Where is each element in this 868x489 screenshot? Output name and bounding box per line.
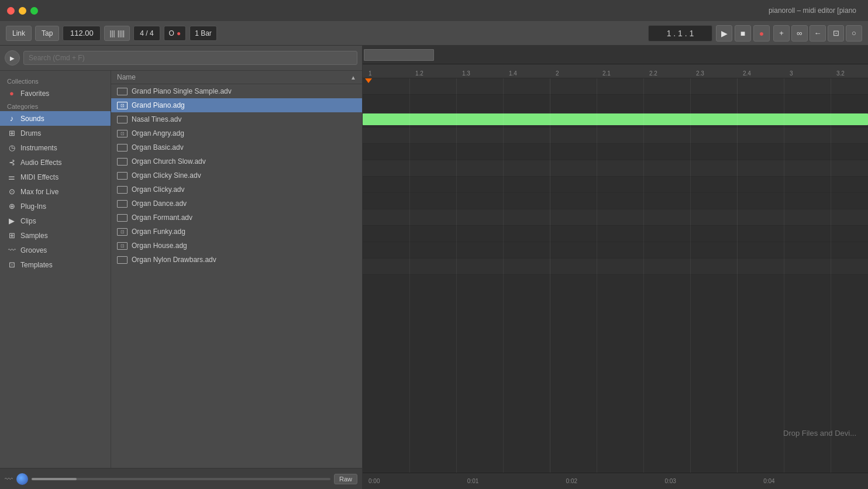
loop-button[interactable]: ∞ xyxy=(791,25,808,42)
audio-effects-icon: ⊰ xyxy=(7,158,16,167)
file-name: Organ Nylon Drawbars.adv xyxy=(132,256,216,264)
time-mark: 0:02 xyxy=(566,478,665,484)
sidebar-item-samples[interactable]: ⊞ Samples xyxy=(0,228,111,243)
ruler-label: 1.3 xyxy=(462,70,470,78)
sidebar-item-max-for-live[interactable]: ⊙ Max for Live xyxy=(0,184,111,199)
window-title: pianoroll – midi editor [piano xyxy=(769,6,856,15)
list-item[interactable]: Organ Nylon Drawbars.adv xyxy=(111,253,362,267)
sidebar-item-sounds[interactable]: ♪ Sounds xyxy=(0,111,111,126)
list-item[interactable]: Organ Church Slow.adv xyxy=(111,154,362,168)
vgrid-line xyxy=(737,78,738,473)
wave-icon: 〰 xyxy=(5,474,13,484)
sidebar-item-favorites[interactable]: ● Favorites xyxy=(0,86,111,101)
record-mode[interactable]: O ● xyxy=(164,26,187,41)
preview-play-button[interactable]: ▶ xyxy=(5,50,20,66)
list-item[interactable]: Organ Clicky Sine.adv xyxy=(111,168,362,182)
grid-rows xyxy=(363,78,868,473)
clips-icon: ▶ xyxy=(7,216,16,225)
adg-file-icon: ⊡ xyxy=(117,228,128,236)
adv-file-icon xyxy=(117,116,128,123)
progress-fill xyxy=(32,478,77,480)
file-list: Grand Piano Single Sample.adv ⊡ Grand Pi… xyxy=(111,84,362,468)
add-button[interactable]: + xyxy=(773,25,790,42)
sidebar-label-midi-effects: MIDI Effects xyxy=(20,173,58,181)
list-item[interactable]: ⊡ Organ Angry.adg xyxy=(111,126,362,140)
meter-button[interactable]: ||| |||| xyxy=(104,26,130,41)
list-item[interactable]: Organ Formant.adv xyxy=(111,211,362,225)
list-item[interactable]: ⊡ Organ House.adg xyxy=(111,239,362,253)
stop-button[interactable]: ■ xyxy=(735,25,751,42)
ruler-label: 2 xyxy=(556,70,559,78)
browser-bottom-bar: 〰 Raw xyxy=(0,468,362,489)
file-name: Organ Clicky.adv xyxy=(132,185,184,194)
sort-arrow-icon[interactable]: ▲ xyxy=(350,74,356,81)
ruler-marks-container: 1 1.2 1.3 1.4 2 2.1 2.2 xyxy=(363,64,868,78)
file-name: Organ Clicky Sine.adv xyxy=(132,171,201,180)
list-item[interactable]: ⊡ Organ Funky.adg xyxy=(111,225,362,239)
link-button[interactable]: Link xyxy=(6,26,32,41)
browser-search-bar: ▶ xyxy=(0,46,362,71)
piano-roll-grid[interactable]: Drop Files and Devi... xyxy=(363,78,868,473)
piano-row xyxy=(363,177,868,193)
close-button[interactable] xyxy=(7,7,15,15)
file-name: Grand Piano.adg xyxy=(132,101,185,109)
audio-preview-orb[interactable] xyxy=(16,473,28,485)
sidebar-item-clips[interactable]: ▶ Clips xyxy=(0,213,111,228)
minimap-region[interactable] xyxy=(364,49,434,61)
sidebar-item-drums[interactable]: ⊞ Drums xyxy=(0,126,111,140)
ruler-label: 2.2 xyxy=(649,70,657,78)
list-item[interactable]: Grand Piano Single Sample.adv xyxy=(111,84,362,98)
browser-panel: ▶ Collections ● Favorites Categories ♪ S… xyxy=(0,46,363,489)
time-mark: 0:03 xyxy=(664,478,763,484)
adv-file-icon xyxy=(117,214,128,222)
ruler-mark: 1 xyxy=(368,70,415,78)
transport-bar: Link Tap 112.00 ||| |||| 4 / 4 O ● 1 Bar… xyxy=(0,21,868,46)
raw-button[interactable]: Raw xyxy=(334,474,357,484)
list-item[interactable]: Organ Clicky.adv xyxy=(111,182,362,197)
sidebar-item-instruments[interactable]: ◷ Instruments xyxy=(0,140,111,155)
tap-button[interactable]: Tap xyxy=(35,26,59,41)
list-item[interactable]: Nasal Tines.adv xyxy=(111,112,362,126)
preview-progress-bar[interactable] xyxy=(32,478,330,480)
adv-file-icon xyxy=(117,172,128,180)
sidebar-item-grooves[interactable]: 〰 Grooves xyxy=(0,243,111,257)
sidebar-label-instruments: Instruments xyxy=(20,144,57,152)
record-button[interactable]: ● xyxy=(753,25,770,42)
ruler-label: 1.2 xyxy=(415,70,423,78)
sidebar-item-audio-effects[interactable]: ⊰ Audio Effects xyxy=(0,155,111,170)
file-name: Nasal Tines.adv xyxy=(132,115,181,123)
browser-sidebar: Collections ● Favorites Categories ♪ Sou… xyxy=(0,71,111,468)
search-input[interactable] xyxy=(23,51,357,65)
sidebar-item-midi-effects[interactable]: ⚌ MIDI Effects xyxy=(0,170,111,184)
time-marks-container: 0:00 0:01 0:02 0:03 0:04 xyxy=(368,478,862,484)
adv-file-icon xyxy=(117,158,128,166)
meter-bars-icon2: |||| xyxy=(118,29,125,37)
max-for-live-icon: ⊙ xyxy=(7,187,16,196)
sidebar-label-samples: Samples xyxy=(20,232,48,240)
ruler-mark: 1.3 xyxy=(462,70,509,78)
maximize-button[interactable] xyxy=(30,7,38,15)
sidebar-item-templates[interactable]: ⊡ Templates xyxy=(0,257,111,272)
minimize-button[interactable] xyxy=(19,7,26,15)
search-button[interactable]: ○ xyxy=(846,25,862,42)
file-name: Organ House.adg xyxy=(132,242,187,250)
sidebar-item-plug-ins[interactable]: ⊕ Plug-Ins xyxy=(0,199,111,213)
sidebar-label-clips: Clips xyxy=(20,217,36,225)
bpm-display[interactable]: 112.00 xyxy=(63,26,101,41)
adv-file-icon xyxy=(117,256,128,264)
ruler-mark: 3.2 xyxy=(836,70,868,78)
sounds-icon: ♪ xyxy=(7,114,16,123)
ruler-label: 2.4 xyxy=(743,70,751,78)
bar-quantize[interactable]: 1 Bar xyxy=(190,26,217,41)
back-button[interactable]: ← xyxy=(810,25,826,42)
list-item[interactable]: Organ Basic.adv xyxy=(111,140,362,154)
vgrid-line xyxy=(831,78,831,473)
list-item[interactable]: ⊡ Grand Piano.adg xyxy=(111,98,362,112)
time-signature[interactable]: 4 / 4 xyxy=(133,26,160,41)
expand-button[interactable]: ⊡ xyxy=(828,25,844,42)
adv-file-icon xyxy=(117,88,128,95)
file-name: Organ Dance.adv xyxy=(132,199,187,208)
play-button[interactable]: ▶ xyxy=(716,25,732,42)
adg-file-icon: ⊡ xyxy=(117,242,128,250)
list-item[interactable]: Organ Dance.adv xyxy=(111,197,362,211)
